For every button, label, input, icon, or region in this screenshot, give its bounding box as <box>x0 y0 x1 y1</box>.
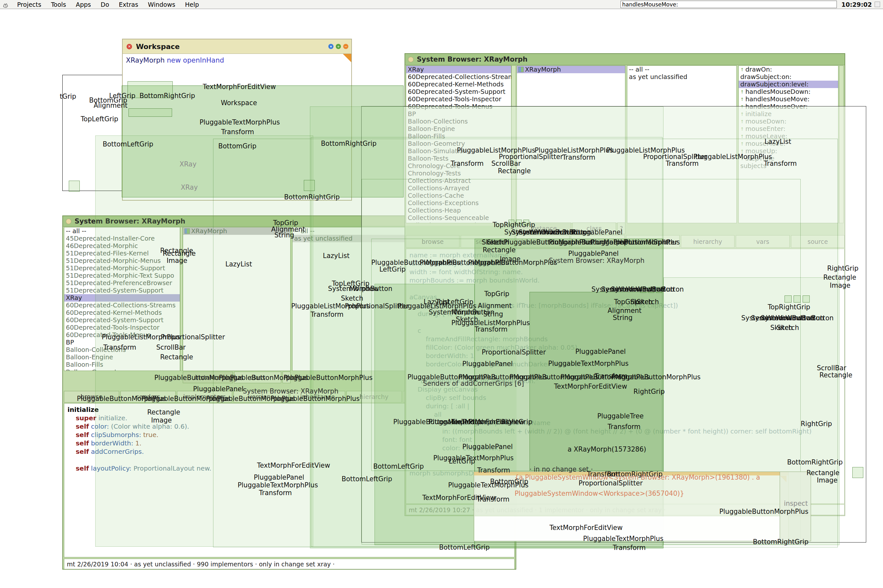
menu-bar: Projects Tools Apps Do Extras Windows He… <box>0 0 883 9</box>
expand-icon[interactable]: + <box>336 44 341 49</box>
search-input[interactable] <box>621 1 837 8</box>
grip-square <box>128 81 173 98</box>
up-arrow-icon: ↑ <box>740 67 744 72</box>
status-bar: mt 2/26/2019 10:04 · as yet unclassified… <box>64 559 514 569</box>
menu-windows[interactable]: Windows <box>143 1 180 8</box>
list-item[interactable]: drawSubject:on: <box>739 73 838 81</box>
list-item[interactable]: ↑handlesMouseMove: <box>739 96 838 103</box>
menu-help[interactable]: Help <box>180 1 204 8</box>
list-item[interactable]: drawSubject:on:level: <box>739 81 838 88</box>
window-button-square <box>640 287 646 293</box>
menu-tools[interactable]: Tools <box>46 1 71 8</box>
window-button-square <box>508 220 514 225</box>
close-icon[interactable] <box>66 219 71 224</box>
list-item[interactable]: 60Deprecated-System-Support <box>406 88 511 96</box>
list-item[interactable]: ↑drawOn: <box>739 66 838 73</box>
list-item[interactable]: -- all -- <box>627 66 736 73</box>
window-button-square <box>516 220 522 225</box>
workspace-code: XRayMorph new openInHand <box>126 57 224 64</box>
window-icon[interactable] <box>875 2 880 7</box>
list-item[interactable]: XRay <box>406 66 511 73</box>
desktop: Projects Tools Apps Do Extras Windows He… <box>0 0 883 588</box>
grip-square <box>852 467 863 478</box>
menu-apps[interactable]: Apps <box>71 1 96 8</box>
fold-corner-icon[interactable] <box>343 54 351 62</box>
window-title-bar[interactable]: System Browser: XRayMorph <box>405 54 845 65</box>
minimize-icon[interactable]: − <box>343 44 348 49</box>
list-item[interactable]: 60Deprecated-Collections-Stream <box>406 73 511 81</box>
window-title: Workspace <box>136 43 180 51</box>
list-item[interactable]: 60Deprecated-Tools-Inspector <box>406 96 511 103</box>
up-arrow-icon: ↑ <box>740 97 744 102</box>
grip-square <box>69 181 80 192</box>
menu-extras[interactable]: Extras <box>114 1 143 8</box>
menu-do[interactable]: Do <box>96 1 114 8</box>
close-icon[interactable] <box>408 57 414 62</box>
window-button-square <box>785 296 792 303</box>
window-title-bar[interactable]: ✕ Workspace ▾ + − <box>123 39 351 54</box>
up-arrow-icon: ↑ <box>740 89 744 94</box>
clock: 10:29:02 <box>841 1 872 8</box>
list-item[interactable]: ↑handlesMouseDown: <box>739 88 838 96</box>
list-item[interactable]: XRayMorph <box>517 66 625 73</box>
window-button-square <box>656 287 662 293</box>
window-button-square <box>523 220 529 225</box>
window-button-square <box>803 296 810 303</box>
class-icon <box>519 67 523 72</box>
window-button-square <box>794 296 801 303</box>
cuis-logo-icon[interactable] <box>3 1 12 8</box>
close-icon[interactable]: ✕ <box>126 44 132 50</box>
list-item[interactable]: as yet unclassified <box>627 73 736 81</box>
window-title: System Browser: XRayMorph <box>417 56 528 63</box>
window-button-square <box>648 287 654 293</box>
hidden-inspector-fragment <box>780 471 811 541</box>
grip-square <box>304 180 315 191</box>
menu-icon[interactable]: ▾ <box>328 44 334 49</box>
menu-projects[interactable]: Projects <box>12 1 46 8</box>
grip-square <box>128 108 172 117</box>
list-item[interactable]: 60Deprecated-Kernel-Methods <box>406 81 511 88</box>
hidden-window-fragment <box>474 471 789 541</box>
